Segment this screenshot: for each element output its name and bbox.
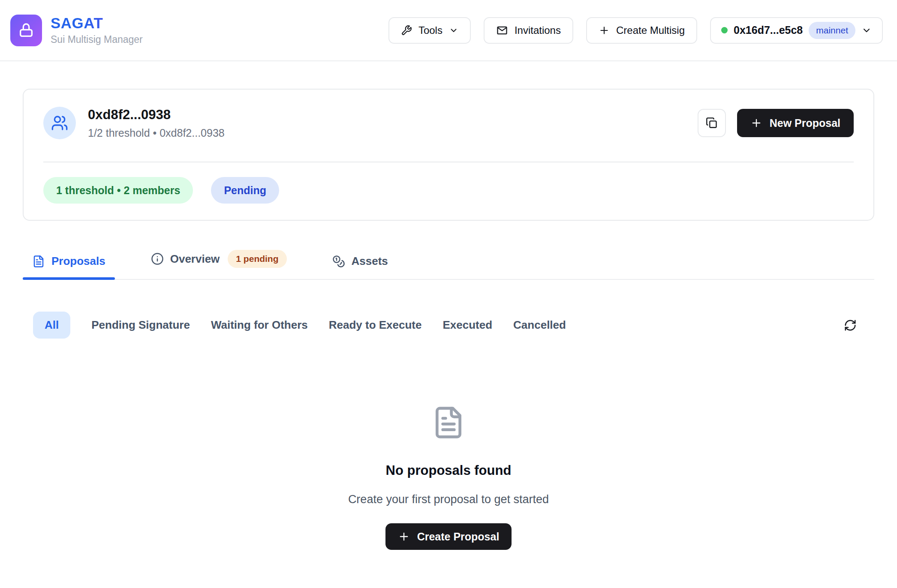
copy-address-button[interactable] [698,109,726,137]
document-icon [431,405,466,440]
invitations-button[interactable]: Invitations [484,17,573,44]
filter-pending-signature[interactable]: Pending Signature [91,318,190,332]
chevron-down-icon [449,26,458,35]
multisig-card-header: 0xd8f2...0938 1/2 threshold • 0xd8f2...0… [43,107,854,139]
multisig-heading: 0xd8f2...0938 1/2 threshold • 0xd8f2...0… [88,107,225,139]
badge-row: 1 threshold • 2 members Pending [43,177,854,204]
multisig-card: 0xd8f2...0938 1/2 threshold • 0xd8f2...0… [23,89,874,221]
chevron-down-icon [861,25,872,36]
brand: SAGAT Sui Multisig Manager [10,15,143,46]
network-badge: mainnet [809,22,855,39]
create-multisig-label: Create Multisig [616,24,685,36]
tab-overview-label: Overview [170,252,220,266]
copy-icon [706,117,718,129]
filter-executed[interactable]: Executed [442,318,492,332]
empty-state: No proposals found Create your first pro… [0,405,897,550]
refresh-button[interactable] [841,316,859,334]
multisig-meta: 1/2 threshold • 0xd8f2...0938 [88,127,225,139]
tools-label: Tools [418,24,442,36]
membership-badge: 1 threshold • 2 members [43,177,193,204]
create-proposal-button[interactable]: Create Proposal [385,523,512,550]
filter-waiting-for-others[interactable]: Waiting for Others [211,318,308,332]
connection-status-dot [721,27,728,33]
card-divider [43,162,854,162]
tab-assets[interactable]: Assets [323,252,397,279]
app-logo [10,15,42,46]
multisig-avatar [43,107,76,139]
filter-cancelled[interactable]: Cancelled [513,318,566,332]
create-proposal-label: Create Proposal [417,531,500,543]
app-header: SAGAT Sui Multisig Manager Tools [0,0,897,61]
proposal-filter-bar: All Pending Signature Waiting for Others… [33,312,859,339]
plus-icon [599,25,610,36]
info-icon [151,252,164,265]
pending-count-badge: 1 pending [228,250,286,268]
tab-overview[interactable]: Overview 1 pending [141,247,296,279]
wrench-icon [401,25,412,36]
new-proposal-label: New Proposal [770,117,840,129]
mail-icon [496,24,508,36]
tab-bar: Proposals Overview 1 pending Assets [23,247,874,280]
coins-icon [332,255,345,268]
plus-icon [398,531,410,543]
tab-proposals-label: Proposals [51,255,105,268]
empty-state-title: No proposals found [386,463,512,478]
app-tagline: Sui Multisig Manager [51,34,143,45]
file-text-icon [32,255,45,268]
tools-button[interactable]: Tools [388,17,471,44]
filter-all[interactable]: All [33,312,70,339]
lock-icon [18,22,35,39]
app-title: SAGAT [51,15,143,32]
filter-ready-to-execute[interactable]: Ready to Execute [329,318,422,332]
tab-proposals[interactable]: Proposals [23,252,115,279]
empty-state-subtitle: Create your first proposal to get starte… [348,493,549,506]
brand-text: SAGAT Sui Multisig Manager [51,15,143,45]
header-actions: Tools Invitations Create M [388,17,883,44]
tab-assets-label: Assets [352,255,388,268]
multisig-name: 0xd8f2...0938 [88,107,225,123]
users-icon [51,114,68,132]
create-multisig-button[interactable]: Create Multisig [586,17,697,44]
multisig-actions: New Proposal [698,109,854,137]
refresh-icon [844,319,857,332]
new-proposal-button[interactable]: New Proposal [737,109,854,137]
invitations-label: Invitations [515,24,561,36]
wallet-address: 0x16d7...e5c8 [734,24,803,36]
status-badge: Pending [211,177,279,204]
wallet-button[interactable]: 0x16d7...e5c8 mainnet [710,17,883,44]
plus-icon [750,117,762,129]
